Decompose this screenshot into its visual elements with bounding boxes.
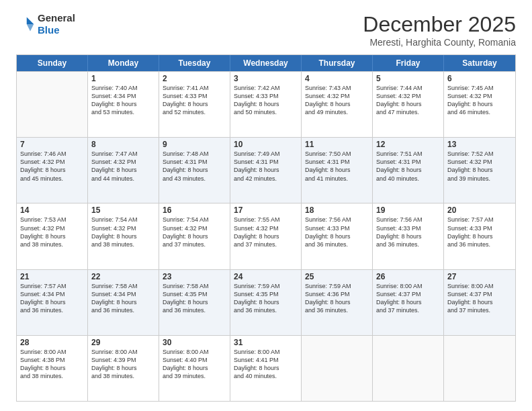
svg-marker-1 (27, 24, 34, 32)
day-info: Sunrise: 8:00 AM Sunset: 4:40 PM Dayligh… (163, 348, 226, 381)
day-info: Sunrise: 8:00 AM Sunset: 4:38 PM Dayligh… (20, 348, 84, 381)
calendar-cell: 21Sunrise: 7:57 AM Sunset: 4:34 PM Dayli… (17, 270, 88, 335)
logo-text: General Blue (38, 12, 75, 36)
calendar-cell: 23Sunrise: 7:58 AM Sunset: 4:35 PM Dayli… (159, 270, 230, 335)
header-thursday: Thursday (302, 55, 373, 71)
calendar-cell: 22Sunrise: 7:58 AM Sunset: 4:34 PM Dayli… (88, 270, 159, 335)
logo-blue: Blue (38, 24, 60, 36)
day-info: Sunrise: 7:57 AM Sunset: 4:34 PM Dayligh… (20, 282, 84, 315)
svg-marker-0 (27, 17, 34, 25)
day-number: 19 (376, 205, 440, 215)
day-info: Sunrise: 7:55 AM Sunset: 4:32 PM Dayligh… (234, 216, 298, 248)
calendar-cell: 19Sunrise: 7:56 AM Sunset: 4:33 PM Dayli… (373, 203, 444, 269)
day-number: 20 (447, 205, 512, 215)
calendar-cell: 28Sunrise: 8:00 AM Sunset: 4:38 PM Dayli… (17, 336, 88, 401)
calendar-cell: 12Sunrise: 7:51 AM Sunset: 4:31 PM Dayli… (373, 138, 444, 203)
calendar-cell: 17Sunrise: 7:55 AM Sunset: 4:32 PM Dayli… (230, 203, 302, 269)
calendar-cell: 30Sunrise: 8:00 AM Sunset: 4:40 PM Dayli… (159, 336, 230, 401)
header-saturday: Saturday (444, 55, 515, 71)
day-number: 28 (20, 338, 84, 347)
header-wednesday: Wednesday (230, 55, 302, 71)
day-info: Sunrise: 7:59 AM Sunset: 4:36 PM Dayligh… (305, 282, 369, 315)
day-info: Sunrise: 7:46 AM Sunset: 4:32 PM Dayligh… (20, 150, 84, 183)
day-info: Sunrise: 7:54 AM Sunset: 4:32 PM Dayligh… (91, 216, 155, 248)
calendar-row-1: 1Sunrise: 7:40 AM Sunset: 4:34 PM Daylig… (17, 71, 515, 137)
day-info: Sunrise: 7:54 AM Sunset: 4:32 PM Dayligh… (163, 216, 226, 248)
day-number: 14 (20, 205, 84, 215)
calendar-cell: 31Sunrise: 8:00 AM Sunset: 4:41 PM Dayli… (230, 336, 302, 401)
calendar-row-4: 21Sunrise: 7:57 AM Sunset: 4:34 PM Dayli… (17, 269, 515, 335)
day-info: Sunrise: 8:00 AM Sunset: 4:37 PM Dayligh… (376, 282, 440, 315)
day-number: 13 (447, 140, 512, 149)
logo-icon (16, 15, 35, 34)
day-number: 24 (234, 272, 298, 281)
header-monday: Monday (88, 55, 159, 71)
day-number: 8 (91, 140, 155, 149)
day-info: Sunrise: 7:42 AM Sunset: 4:33 PM Dayligh… (234, 84, 298, 117)
day-number: 11 (305, 140, 369, 149)
day-info: Sunrise: 7:53 AM Sunset: 4:32 PM Dayligh… (20, 216, 84, 248)
calendar-header: SundayMondayTuesdayWednesdayThursdayFrid… (17, 55, 515, 71)
calendar-cell (444, 336, 515, 401)
calendar-body: 1Sunrise: 7:40 AM Sunset: 4:34 PM Daylig… (17, 71, 515, 401)
header-sunday: Sunday (17, 55, 88, 71)
page: General Blue December 2025 Meresti, Harg… (0, 0, 532, 411)
calendar-cell: 13Sunrise: 7:52 AM Sunset: 4:32 PM Dayli… (444, 138, 515, 203)
day-info: Sunrise: 7:56 AM Sunset: 4:33 PM Dayligh… (376, 216, 440, 248)
calendar-cell: 7Sunrise: 7:46 AM Sunset: 4:32 PM Daylig… (17, 138, 88, 203)
calendar-cell: 25Sunrise: 7:59 AM Sunset: 4:36 PM Dayli… (302, 270, 373, 335)
calendar-cell: 24Sunrise: 7:59 AM Sunset: 4:35 PM Dayli… (230, 270, 302, 335)
calendar-cell: 5Sunrise: 7:44 AM Sunset: 4:32 PM Daylig… (373, 72, 444, 137)
calendar-cell (17, 72, 88, 137)
day-info: Sunrise: 7:40 AM Sunset: 4:34 PM Dayligh… (91, 84, 155, 117)
day-number: 3 (234, 74, 298, 83)
day-number: 4 (305, 74, 369, 83)
day-info: Sunrise: 7:49 AM Sunset: 4:31 PM Dayligh… (234, 150, 298, 183)
calendar: SundayMondayTuesdayWednesdayThursdayFrid… (16, 54, 516, 402)
day-number: 26 (376, 272, 440, 281)
calendar-cell: 11Sunrise: 7:50 AM Sunset: 4:31 PM Dayli… (302, 138, 373, 203)
logo-general: General (38, 12, 75, 24)
day-info: Sunrise: 7:43 AM Sunset: 4:32 PM Dayligh… (305, 84, 369, 117)
header-friday: Friday (373, 55, 444, 71)
calendar-cell: 14Sunrise: 7:53 AM Sunset: 4:32 PM Dayli… (17, 203, 88, 269)
day-info: Sunrise: 7:50 AM Sunset: 4:31 PM Dayligh… (305, 150, 369, 183)
day-info: Sunrise: 7:51 AM Sunset: 4:31 PM Dayligh… (376, 150, 440, 183)
day-number: 25 (305, 272, 369, 281)
day-number: 17 (234, 205, 298, 215)
day-number: 21 (20, 272, 84, 281)
day-number: 27 (447, 272, 512, 281)
day-info: Sunrise: 7:52 AM Sunset: 4:32 PM Dayligh… (447, 150, 512, 183)
calendar-row-2: 7Sunrise: 7:46 AM Sunset: 4:32 PM Daylig… (17, 137, 515, 203)
day-info: Sunrise: 7:59 AM Sunset: 4:35 PM Dayligh… (234, 282, 298, 315)
calendar-cell: 27Sunrise: 8:00 AM Sunset: 4:37 PM Dayli… (444, 270, 515, 335)
calendar-cell: 6Sunrise: 7:45 AM Sunset: 4:32 PM Daylig… (444, 72, 515, 137)
day-number: 1 (91, 74, 155, 83)
calendar-cell: 15Sunrise: 7:54 AM Sunset: 4:32 PM Dayli… (88, 203, 159, 269)
calendar-row-3: 14Sunrise: 7:53 AM Sunset: 4:32 PM Dayli… (17, 203, 515, 269)
day-info: Sunrise: 7:56 AM Sunset: 4:33 PM Dayligh… (305, 216, 369, 248)
day-info: Sunrise: 7:58 AM Sunset: 4:34 PM Dayligh… (91, 282, 155, 315)
day-number: 5 (376, 74, 440, 83)
calendar-cell: 9Sunrise: 7:48 AM Sunset: 4:31 PM Daylig… (159, 138, 230, 203)
title-location: Meresti, Harghita County, Romania (363, 37, 516, 48)
header: General Blue December 2025 Meresti, Harg… (16, 12, 516, 48)
day-number: 2 (163, 74, 226, 83)
day-number: 18 (305, 205, 369, 215)
calendar-cell: 26Sunrise: 8:00 AM Sunset: 4:37 PM Dayli… (373, 270, 444, 335)
day-number: 31 (234, 338, 298, 347)
logo: General Blue (16, 12, 75, 36)
calendar-cell: 2Sunrise: 7:41 AM Sunset: 4:33 PM Daylig… (159, 72, 230, 137)
calendar-cell: 4Sunrise: 7:43 AM Sunset: 4:32 PM Daylig… (302, 72, 373, 137)
day-info: Sunrise: 7:58 AM Sunset: 4:35 PM Dayligh… (163, 282, 226, 315)
calendar-cell: 10Sunrise: 7:49 AM Sunset: 4:31 PM Dayli… (230, 138, 302, 203)
day-info: Sunrise: 7:44 AM Sunset: 4:32 PM Dayligh… (376, 84, 440, 117)
calendar-cell: 8Sunrise: 7:47 AM Sunset: 4:32 PM Daylig… (88, 138, 159, 203)
day-info: Sunrise: 7:48 AM Sunset: 4:31 PM Dayligh… (163, 150, 226, 183)
day-number: 6 (447, 74, 512, 83)
title-block: December 2025 Meresti, Harghita County, … (363, 12, 516, 48)
day-number: 22 (91, 272, 155, 281)
calendar-cell: 16Sunrise: 7:54 AM Sunset: 4:32 PM Dayli… (159, 203, 230, 269)
day-info: Sunrise: 7:41 AM Sunset: 4:33 PM Dayligh… (163, 84, 226, 117)
calendar-cell: 1Sunrise: 7:40 AM Sunset: 4:34 PM Daylig… (88, 72, 159, 137)
